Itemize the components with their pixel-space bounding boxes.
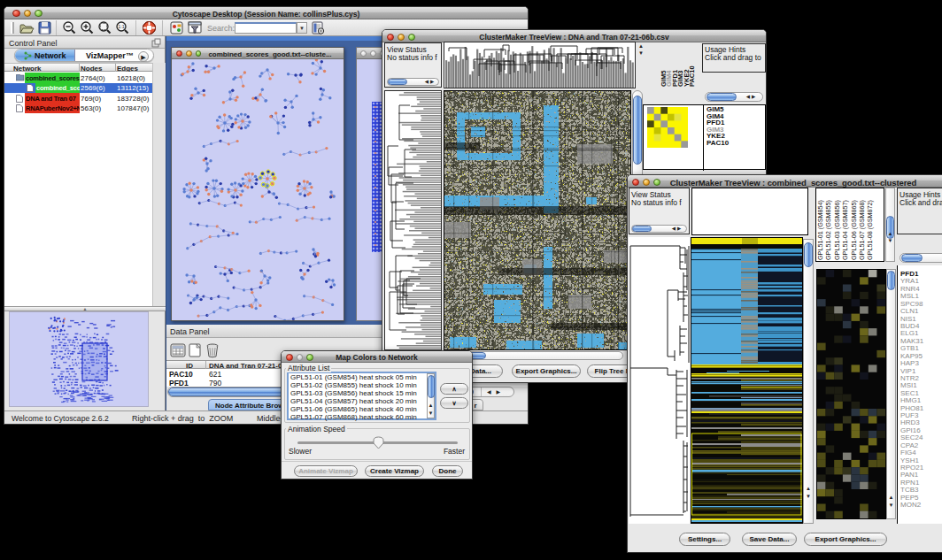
svg-text:GPL51-03 (GSM856): GPL51-03 (GSM856) [833,200,841,260]
svg-text:1:1: 1:1 [118,24,125,29]
svg-text:PAC10: PAC10 [688,65,696,87]
svg-text:GPL51-04 (GSM857): GPL51-04 (GSM857) [841,200,849,260]
svg-text:GPL51-08 (GSM872): GPL51-08 (GSM872) [866,200,874,260]
svg-text:GPL51-06 (GSM865): GPL51-06 (GSM865) [850,200,858,260]
svg-text:GPL51-07 (GSM868): GPL51-07 (GSM868) [858,200,866,260]
svg-text:GPL51-01 (GSM854): GPL51-01 (GSM854) [816,200,824,260]
svg-text:GPL51-02 (GSM855): GPL51-02 (GSM855) [824,200,832,260]
